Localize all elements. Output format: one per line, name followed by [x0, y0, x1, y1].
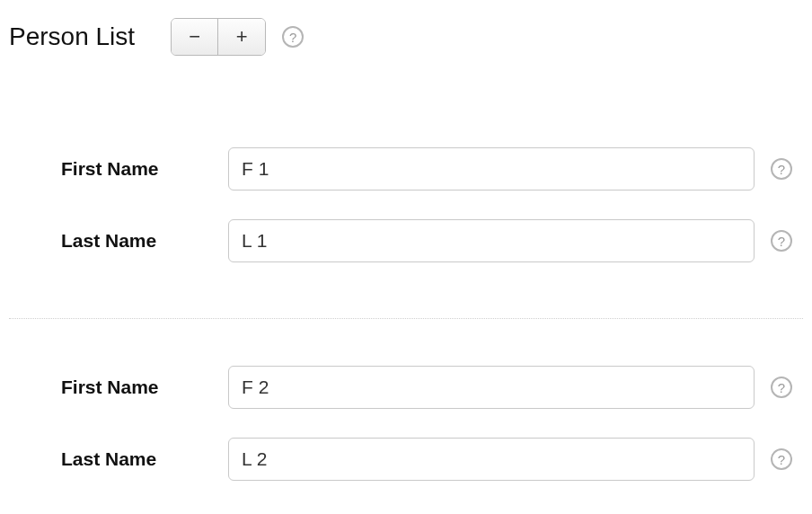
help-icon[interactable]: ? — [771, 158, 792, 180]
first-name-label: First Name — [61, 158, 159, 179]
last-name-input[interactable] — [228, 219, 755, 262]
add-button[interactable]: + — [218, 19, 265, 55]
help-icon[interactable]: ? — [282, 26, 304, 48]
first-name-label: First Name — [61, 377, 159, 397]
last-name-row: Last Name ? — [61, 219, 803, 262]
first-name-input[interactable] — [228, 366, 755, 409]
help-icon[interactable]: ? — [771, 230, 792, 252]
help-icon[interactable]: ? — [771, 448, 792, 470]
section-title: Person List — [9, 22, 135, 51]
help-icon[interactable]: ? — [771, 377, 792, 398]
person-list-header: Person List − + ? — [9, 18, 803, 56]
first-name-input[interactable] — [228, 147, 755, 191]
add-remove-button-group: − + — [171, 18, 266, 56]
last-name-label: Last Name — [61, 448, 156, 469]
person-group: First Name ? Last Name ? — [9, 318, 803, 514]
first-name-row: First Name ? — [61, 366, 803, 409]
last-name-input[interactable] — [228, 438, 755, 481]
remove-button[interactable]: − — [172, 19, 218, 55]
last-name-row: Last Name ? — [61, 438, 803, 481]
last-name-label: Last Name — [61, 230, 156, 251]
person-group: First Name ? Last Name ? — [9, 101, 803, 318]
first-name-row: First Name ? — [61, 147, 803, 191]
